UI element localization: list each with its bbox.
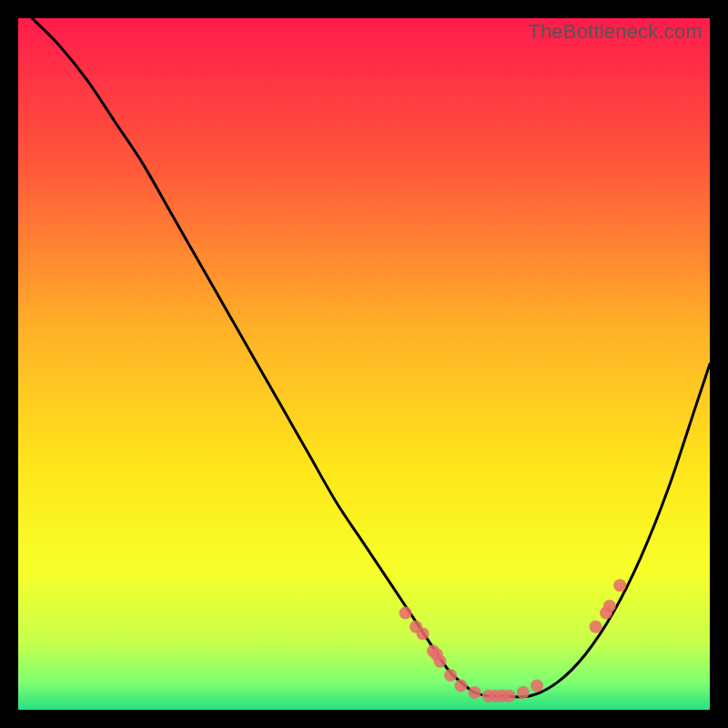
sample-point [434, 655, 447, 668]
sample-point [417, 627, 430, 640]
watermark-text: TheBottleneck.com [528, 20, 703, 44]
chart-frame: TheBottleneck.com [18, 18, 710, 710]
sample-point [469, 686, 481, 699]
sample-point [590, 621, 602, 633]
sample-point [399, 607, 412, 620]
sample-point [517, 686, 530, 699]
sample-point [503, 690, 516, 703]
sample-point [613, 579, 626, 592]
sample-point [531, 679, 543, 692]
sample-point [454, 679, 467, 692]
sample-point [603, 600, 616, 612]
bottleneck-chart [18, 18, 710, 710]
sample-point [444, 669, 457, 682]
